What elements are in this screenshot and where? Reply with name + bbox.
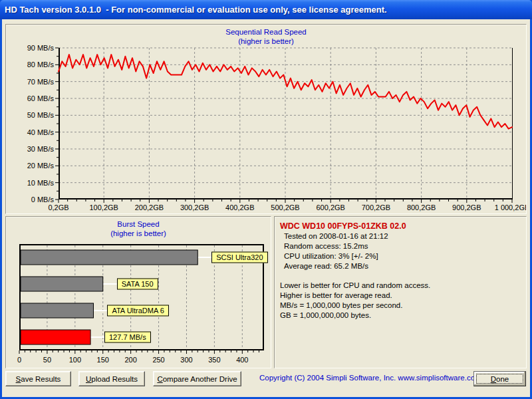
tested-on-line: Tested on 2008-01-16 at 21:12 <box>280 231 521 241</box>
x-tick-label: 200,2GB <box>135 203 164 211</box>
y-tick-label: 10 MB/s <box>27 178 54 188</box>
y-tick-label: 60 MB/s <box>27 94 54 103</box>
y-tick-label: 70 MB/s <box>27 77 54 86</box>
x-tick-label: 150 <box>97 356 109 364</box>
upload-results-button[interactable]: Upload Results <box>78 371 145 386</box>
burst-speed-title: Burst Speed <box>6 219 271 229</box>
x-tick-label: 300,2GB <box>180 203 209 211</box>
random-access-line: Random access: 15.2ms <box>280 241 521 251</box>
sequential-read-x-axis: 0,2GB 100,2GB 200,2GB 300,2GB 400,2GB 50… <box>59 203 512 213</box>
drive-model: WDC WD10 00FYPS-01ZKB 02.0 <box>280 221 521 231</box>
x-tick-label: 900,2GB <box>452 203 481 211</box>
x-tick-label: 600,2GB <box>316 203 344 211</box>
burst-speed-panel: Burst Speed (higher is better) SCSI Ultr… <box>5 216 271 368</box>
client-area: Sequential Read Speed (higher is better)… <box>2 19 530 397</box>
note-line: Lower is better for CPU and random acces… <box>280 281 521 291</box>
y-tick-label: 40 MB/s <box>27 128 54 137</box>
x-tick-label: 350 <box>208 356 220 364</box>
x-tick-label: 0,2GB <box>48 203 68 211</box>
note-line: GB = 1,000,000,000 bytes. <box>280 311 521 321</box>
y-tick-label: 50 MB/s <box>27 110 54 120</box>
sequential-read-panel: Sequential Read Speed (higher is better)… <box>5 24 527 214</box>
x-tick-label: 700,2GB <box>362 203 390 211</box>
x-tick-label: 0 <box>17 356 21 364</box>
drive-info-panel: WDC WD10 00FYPS-01ZKB 02.0 Tested on 200… <box>274 216 527 368</box>
burst-speed-subtitle: (higher is better) <box>6 229 271 238</box>
sequential-read-title: Sequential Read Speed <box>6 27 526 37</box>
sequential-read-subtitle: (higher is better) <box>6 37 526 46</box>
x-tick-label: 300 <box>180 356 192 364</box>
sequential-read-chart <box>53 47 513 206</box>
y-tick-label: 90 MB/s <box>27 43 54 53</box>
note-line: MB/s = 1,000,000 bytes per second. <box>280 301 521 311</box>
y-tick-label: 0 MB/s <box>31 195 54 204</box>
x-tick-label: 50 <box>43 356 51 364</box>
x-tick-label: 200 <box>124 356 136 364</box>
x-tick-label: 250 <box>152 356 164 364</box>
y-tick-label: 20 MB/s <box>27 161 54 170</box>
y-tick-label: 30 MB/s <box>27 144 54 154</box>
compare-another-drive-button[interactable]: Compare Another Drive <box>153 371 241 386</box>
x-tick-label: 500,2GB <box>271 203 299 211</box>
x-tick-label: 800,2GB <box>407 203 436 211</box>
notes-block: Lower is better for CPU and random acces… <box>280 281 521 321</box>
x-tick-label: 400,2GB <box>225 203 254 211</box>
copyright-text: Copyright (C) 2004 Simpli Software, Inc.… <box>259 374 481 382</box>
save-results-button[interactable]: Save Results <box>5 371 71 386</box>
hdtach-window: HD Tach version 3.0.1.0 - For non-commer… <box>0 0 532 399</box>
y-tick-label: 80 MB/s <box>27 60 54 69</box>
average-read-line: Average read: 65.2 MB/s <box>280 261 521 271</box>
cpu-utilization-line: CPU utilization: 3% [+/- 2%] <box>280 251 521 261</box>
x-tick-label: 100,2GB <box>89 203 118 211</box>
window-title: HD Tach version 3.0.1.0 - For non-commer… <box>5 5 387 15</box>
x-tick-label: 1 000,2GB <box>495 203 527 211</box>
done-button[interactable]: Done <box>473 371 526 386</box>
x-tick-label: 400 <box>236 356 248 364</box>
x-tick-label: 100 <box>69 356 81 364</box>
burst-speed-chart <box>18 243 265 357</box>
note-line: Higher is better for average read. <box>280 291 521 301</box>
sequential-read-y-axis: 90 MB/s 80 MB/s 70 MB/s 60 MB/s 50 MB/s … <box>6 43 54 204</box>
burst-x-axis: 0 50 100 150 200 250 300 350 400 <box>19 356 264 365</box>
titlebar[interactable]: HD Tach version 3.0.1.0 - For non-commer… <box>0 0 532 19</box>
